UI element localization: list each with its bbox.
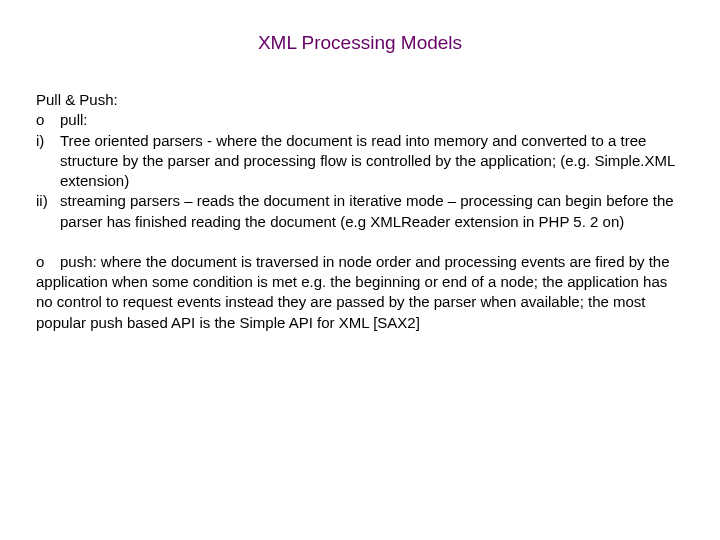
item-marker: i)	[36, 131, 60, 151]
item-marker: ii)	[36, 191, 60, 211]
list-item: ii) streaming parsers – reads the docume…	[36, 191, 680, 232]
slide-title: XML Processing Models	[0, 32, 720, 54]
item-text: streaming parsers – reads the document i…	[60, 191, 680, 232]
section-heading: Pull & Push:	[36, 90, 680, 110]
pull-list: o pull: i) Tree oriented parsers - where…	[36, 110, 680, 232]
pull-label-text: pull:	[60, 110, 680, 130]
item-text: Tree oriented parsers - where the docume…	[60, 131, 680, 192]
push-text: push: where the document is traversed in…	[36, 253, 670, 331]
push-marker: o	[36, 252, 60, 272]
list-item: i) Tree oriented parsers - where the doc…	[36, 131, 680, 192]
pull-label-marker: o	[36, 110, 60, 130]
pull-label-row: o pull:	[36, 110, 680, 130]
slide: XML Processing Models Pull & Push: o pul…	[0, 32, 720, 540]
push-paragraph: opush: where the document is traversed i…	[36, 252, 680, 333]
slide-content: Pull & Push: o pull: i) Tree oriented pa…	[0, 90, 720, 333]
